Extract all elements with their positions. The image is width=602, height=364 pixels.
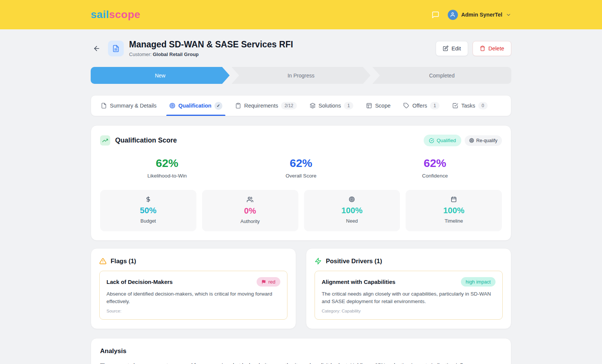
solutions-count-badge: 1: [344, 102, 353, 109]
metric-row: 50% Budget 0% Authority 100% Need 100% T…: [100, 190, 502, 231]
qualification-check-badge: ✓: [214, 102, 222, 110]
qualification-score-card: Qualification Score Qualified Re-qualify…: [91, 125, 511, 241]
target-icon: [169, 103, 175, 109]
step-new-label: New: [155, 73, 166, 79]
score-label: Overall Score: [234, 173, 368, 179]
back-button[interactable]: [91, 42, 103, 55]
flag-icon: [261, 280, 266, 284]
analysis-text: The request showcases a strong need for …: [100, 362, 502, 364]
customer-label: Customer:: [129, 52, 152, 57]
dollar-icon: [100, 196, 196, 202]
requalify-label: Re-qualify: [476, 138, 497, 143]
tab-bar: Summary & Details Qualification ✓ Requir…: [91, 95, 511, 116]
flag-severity-label: red: [268, 279, 275, 285]
clipboard-icon: [235, 103, 241, 109]
edit-label: Edit: [451, 46, 461, 52]
customer-line: Customer:Global Retail Group: [129, 52, 293, 57]
tab-label: Tasks: [461, 103, 475, 109]
tab-label: Offers: [412, 103, 427, 109]
flag-source: Source:: [106, 309, 280, 313]
tab-label: Solutions: [319, 103, 341, 109]
tab-requirements[interactable]: Requirements 2/12: [235, 96, 297, 116]
offers-count-badge: 1: [430, 102, 439, 109]
main-content: Managed SD-WAN & SASE Services RFI Custo…: [91, 39, 511, 364]
logo-scope: scope: [109, 9, 140, 20]
metric-value: 100%: [304, 206, 400, 215]
calendar-icon: [406, 196, 502, 202]
logo-sail: sail: [91, 9, 109, 20]
step-completed[interactable]: Completed: [372, 67, 511, 84]
metric-timeline: 100% Timeline: [406, 190, 502, 231]
requalify-button[interactable]: Re-qualify: [465, 135, 502, 146]
delete-button[interactable]: Delete: [473, 41, 511, 56]
flag-severity-badge: red: [257, 277, 280, 287]
metric-need: 100% Need: [304, 190, 400, 231]
tab-label: Summary & Details: [110, 103, 157, 109]
target-icon: [304, 196, 400, 202]
metric-value: 0%: [202, 206, 298, 216]
metric-value: 50%: [100, 206, 196, 215]
tasks-count-badge: 0: [478, 102, 488, 109]
file-icon: [101, 103, 107, 109]
flags-card: Flags (1) Lack of Decision-Makers red Ab…: [91, 248, 296, 329]
step-in-progress-label: In Progress: [287, 73, 315, 79]
score-label: Likelihood-to-Win: [100, 173, 234, 179]
score-row: 62% Likelihood-to-Win 62% Overall Score …: [100, 157, 502, 179]
page-header: Managed SD-WAN & SASE Services RFI Custo…: [91, 39, 511, 57]
metric-label: Timeline: [406, 218, 502, 224]
tab-tasks[interactable]: Tasks 0: [452, 96, 488, 116]
score-label: Confidence: [368, 173, 502, 179]
drivers-title: Positive Drivers (1): [326, 258, 382, 265]
score-confidence: 62% Confidence: [368, 157, 502, 179]
step-completed-label: Completed: [429, 73, 455, 79]
app-logo[interactable]: sailscope: [91, 9, 140, 21]
tag-icon: [403, 103, 409, 109]
document-icon: [108, 41, 124, 56]
step-in-progress[interactable]: In Progress: [231, 67, 370, 84]
metric-label: Authority: [202, 218, 298, 224]
driver-impact-badge: high impact: [461, 277, 496, 287]
score-value: 62%: [234, 157, 368, 170]
tab-summary-details[interactable]: Summary & Details: [101, 96, 157, 116]
driver-item: Alignment with Capabilities high impact …: [315, 271, 503, 320]
score-overall: 62% Overall Score: [234, 157, 368, 179]
analysis-card: Analysis The request showcases a strong …: [91, 338, 511, 364]
score-value: 62%: [100, 157, 234, 170]
layers-icon: [310, 103, 316, 109]
flag-title: Lack of Decision-Makers: [106, 279, 173, 285]
warning-icon: [99, 258, 106, 265]
step-new[interactable]: New: [91, 67, 230, 84]
tab-offers[interactable]: Offers 1: [403, 96, 439, 116]
driver-category: Category: Capability: [322, 309, 496, 313]
chevron-down-icon: [506, 12, 511, 18]
trending-up-icon: [100, 135, 110, 146]
check-square-icon: [452, 103, 458, 109]
tab-qualification[interactable]: Qualification ✓: [169, 96, 222, 116]
metric-authority: 0% Authority: [202, 190, 298, 231]
status-stepper: New In Progress Completed: [91, 67, 511, 84]
metric-label: Need: [304, 218, 400, 224]
arrow-left-icon: [93, 45, 100, 52]
trash-icon: [480, 46, 485, 51]
driver-title: Alignment with Capabilities: [322, 279, 395, 285]
edit-button[interactable]: Edit: [436, 41, 468, 56]
delete-label: Delete: [488, 46, 504, 52]
customer-name: Global Retail Group: [153, 52, 199, 57]
users-icon: [202, 196, 298, 203]
avatar: [448, 10, 458, 20]
flag-item: Lack of Decision-Makers red Absence of i…: [99, 271, 287, 320]
qualified-label: Qualified: [436, 138, 456, 143]
user-menu[interactable]: Admin SynerTel: [448, 10, 511, 20]
tab-label: Qualification: [178, 103, 211, 109]
score-likelihood: 62% Likelihood-to-Win: [100, 157, 234, 179]
target-icon: [469, 138, 474, 143]
qualified-badge: Qualified: [424, 135, 461, 146]
tab-solutions[interactable]: Solutions 1: [310, 96, 353, 116]
page-title: Managed SD-WAN & SASE Services RFI: [129, 39, 293, 50]
tab-label: Requirements: [244, 103, 278, 109]
analysis-title: Analysis: [100, 347, 502, 355]
chat-icon[interactable]: [432, 11, 439, 19]
check-circle-icon: [429, 138, 434, 143]
tab-scope[interactable]: Scope: [366, 96, 391, 116]
qualification-title: Qualification Score: [115, 136, 177, 144]
